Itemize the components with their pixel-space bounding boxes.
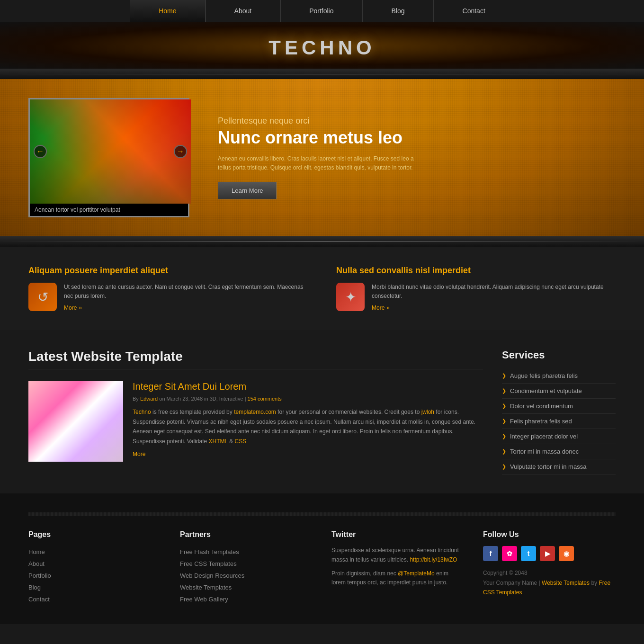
post-body-link-jwloh[interactable]: jwloh	[421, 409, 434, 415]
post-body-4: for your personal or commercial websites…	[277, 409, 420, 415]
social-flickr[interactable]: ✿	[502, 546, 517, 561]
tweet-2-text: Proin dignissim, diam nec	[331, 570, 396, 577]
post-meta: By Edward on March 23, 2048 in 3D, Inter…	[133, 396, 483, 402]
main-content: Latest Website Template Integer Sit Amet…	[0, 330, 644, 493]
post-read-more[interactable]: More	[133, 451, 145, 457]
sidebar-link-2[interactable]: Condimentum et vulputate	[510, 387, 582, 394]
sidebar-link-6[interactable]: Tortor mi in massa donec	[510, 448, 579, 455]
footer-page-about[interactable]: About	[28, 560, 45, 567]
blog-section: Latest Website Template Integer Sit Amet…	[28, 349, 483, 474]
post-author-link[interactable]: Edward	[140, 396, 158, 402]
learn-more-button[interactable]: Learn More	[218, 182, 277, 199]
footer-follow-title: Follow Us	[483, 530, 616, 539]
footer-pages: Pages Home About Portfolio Blog Contact	[28, 530, 161, 605]
hero-title: Nunc ornare metus leo	[218, 128, 417, 147]
site-title: TECHNO	[0, 36, 644, 59]
header-divider-bar	[0, 69, 644, 79]
footer-top-bar	[28, 512, 616, 516]
list-item: Dolor vel condimentum	[502, 399, 616, 414]
footer-pages-list: Home About Portfolio Blog Contact	[28, 546, 161, 605]
sidebar-link-3[interactable]: Dolor vel condimentum	[510, 402, 573, 410]
blog-post: Integer Sit Amet Dui Lorem By Edward on …	[28, 381, 483, 462]
hero-text: Pellentesque neque orci Nunc ornare metu…	[218, 116, 417, 199]
social-facebook[interactable]: f	[483, 546, 498, 561]
footer-partner-4[interactable]: Website Templates	[180, 584, 232, 591]
post-body: Techno is free css template provided by …	[133, 407, 483, 446]
post-body-xhtml[interactable]: XHTML	[209, 438, 228, 445]
footer-page-blog[interactable]: Blog	[28, 584, 41, 591]
footer-partner-3[interactable]: Web Design Resources	[180, 572, 244, 579]
post-body-link-templatemo[interactable]: templatemo.com	[234, 409, 276, 415]
feature-1-more[interactable]: More	[64, 304, 82, 311]
divider-line	[0, 74, 644, 74]
hero-divider-bar	[0, 236, 644, 247]
nav-portfolio[interactable]: Portfolio	[280, 0, 362, 22]
social-twitter[interactable]: t	[521, 546, 536, 561]
nav-blog[interactable]: Blog	[363, 0, 434, 22]
social-youtube[interactable]: ▶	[540, 546, 555, 561]
sidebar-link-7[interactable]: Vulputate tortor mi in massa	[510, 463, 586, 470]
footer: Pages Home About Portfolio Blog Contact …	[0, 493, 644, 624]
list-item: Integer placerat dolor vel	[502, 429, 616, 444]
footer-twitter: Twitter Suspendisse at scelerisque urna.…	[331, 530, 464, 605]
nav-about[interactable]: About	[206, 0, 281, 22]
slide-prev-button[interactable]: ←	[34, 145, 47, 158]
footer-tweet-1: Suspendisse at scelerisque urna. Aenean …	[331, 546, 464, 564]
sidebar-title: Services	[502, 349, 616, 361]
post-body-css[interactable]: CSS	[234, 438, 246, 445]
feature-2-more[interactable]: More	[372, 304, 390, 311]
footer-page-portfolio[interactable]: Portfolio	[28, 572, 51, 579]
list-item: Tortor mi in massa donec	[502, 444, 616, 459]
slide-navigation: ← →	[30, 145, 191, 158]
post-categories: 3D, Interactive	[210, 396, 243, 402]
nav-home[interactable]: Home	[130, 0, 205, 22]
feature-2-body: Morbi blandit nunc vitae odio volutpat h…	[372, 283, 616, 311]
social-rss[interactable]: ◉	[559, 546, 574, 561]
list-item: Augue felis pharetra felis	[502, 368, 616, 384]
copyright-year: 2048	[515, 570, 528, 576]
copyright-by: by	[591, 580, 597, 586]
copyright: Copyright © 2048 Your Company Name | Web…	[483, 568, 616, 597]
main-nav: Home About Portfolio Blog Contact	[0, 0, 644, 22]
list-item: Felis pharetra felis sed	[502, 414, 616, 429]
sidebar-link-5[interactable]: Integer placerat dolor vel	[510, 433, 578, 440]
footer-partner-2[interactable]: Free CSS Templates	[180, 560, 237, 567]
slide-next-button[interactable]: →	[174, 145, 187, 158]
slide-caption: Aenean tortor vel porttitor volutpat	[30, 204, 188, 216]
post-date: March 23, 2048	[167, 396, 203, 402]
sidebar: Services Augue felis pharetra felis Cond…	[502, 349, 616, 474]
blog-section-title: Latest Website Template	[28, 349, 483, 364]
tweet-2-link[interactable]: @TemplateMo	[398, 570, 435, 577]
copyright-website-templates[interactable]: Website Templates	[542, 580, 590, 586]
footer-pages-title: Pages	[28, 530, 161, 539]
post-body-techno: Techno	[133, 409, 151, 415]
footer-partner-5[interactable]: Free Web Gallery	[180, 596, 228, 603]
footer-follow: Follow Us f ✿ t ▶ ◉ Copyright © 2048 You…	[483, 530, 616, 605]
blog-divider	[28, 369, 483, 369]
sidebar-link-1[interactable]: Augue felis pharetra felis	[510, 372, 578, 379]
feature-1-body: Ut sed lorem ac ante cursus auctor. Nam …	[64, 283, 308, 311]
feature-1-text: Ut sed lorem ac ante cursus auctor. Nam …	[64, 283, 308, 301]
post-title[interactable]: Integer Sit Amet Dui Lorem	[133, 381, 483, 392]
footer-partners-list: Free Flash Templates Free CSS Templates …	[180, 546, 313, 605]
footer-columns: Pages Home About Portfolio Blog Contact …	[28, 530, 616, 605]
feature-1-icon: ↺	[28, 283, 57, 311]
copyright-company: Your Company Name	[483, 580, 537, 586]
divider-line-2	[0, 242, 644, 242]
post-content: Integer Sit Amet Dui Lorem By Edward on …	[133, 381, 483, 462]
tweet-1-link[interactable]: http://bit.ly/13IwZO	[410, 556, 457, 563]
sidebar-list: Augue felis pharetra felis Condimentum e…	[502, 368, 616, 474]
footer-page-home[interactable]: Home	[28, 548, 45, 555]
nav-contact[interactable]: Contact	[434, 0, 514, 22]
hero-subtitle: Pellentesque neque orci	[218, 116, 417, 126]
footer-partner-1[interactable]: Free Flash Templates	[180, 548, 239, 555]
hero-description: Aenean eu convallis libero. Cras iaculis…	[218, 154, 417, 172]
sidebar-link-4[interactable]: Felis pharetra felis sed	[510, 418, 572, 425]
post-image	[28, 381, 123, 462]
list-item: Condimentum et vulputate	[502, 384, 616, 399]
slide-image: ← →	[30, 99, 191, 204]
post-comments-link[interactable]: 154 comments	[248, 396, 282, 402]
footer-partners: Partners Free Flash Templates Free CSS T…	[180, 530, 313, 605]
feature-2-icon: ✦	[336, 283, 365, 311]
footer-page-contact[interactable]: Contact	[28, 596, 50, 603]
